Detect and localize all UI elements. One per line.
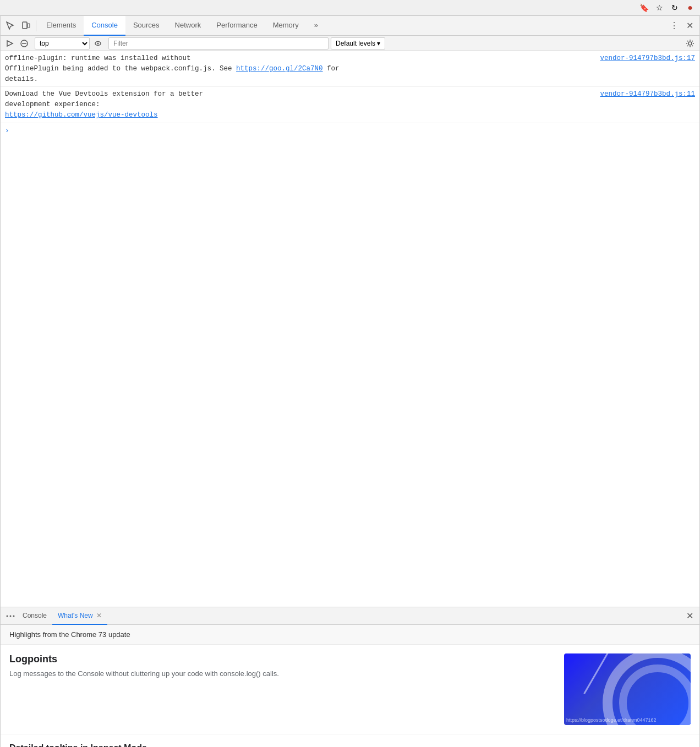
svg-point-7 <box>688 42 692 45</box>
browser-chrome: 🔖 ☆ ↻ ● <box>0 0 700 15</box>
drawer-tab-whats-new[interactable]: What's New ✕ <box>52 607 107 625</box>
device-toolbar-button[interactable] <box>18 18 34 34</box>
devtools-close-button[interactable]: ✕ <box>682 18 697 34</box>
bookmark-icon[interactable]: 🔖 <box>638 2 649 13</box>
drawer-more-options-button[interactable] <box>4 609 17 623</box>
image-url-overlay: https://blogpostsodoge.et/dranm0447162 <box>566 717 657 723</box>
console-output: offline-plugin: runtime was installed wi… <box>1 51 699 607</box>
console-prompt: › <box>1 123 699 139</box>
bottom-drawer: Console What's New ✕ ✕ Highlights from t… <box>1 607 699 747</box>
devtools-more-options-button[interactable]: ⋮ <box>666 18 682 34</box>
devtools-panel: Elements Console Sources Network Perform… <box>0 15 700 747</box>
tab-separator <box>36 20 36 31</box>
console-link[interactable]: https://github.com/vuejs/vue-devtools <box>5 111 158 119</box>
tab-console[interactable]: Console <box>84 16 125 36</box>
svg-point-6 <box>97 42 99 44</box>
tab-performance[interactable]: Performance <box>209 16 265 36</box>
drawer-content-wrapper: Highlights from the Chrome 73 update Log… <box>1 625 699 747</box>
drawer-content: Highlights from the Chrome 73 update Log… <box>1 625 699 747</box>
settings-icon[interactable] <box>684 37 696 50</box>
eye-icon-button[interactable] <box>92 37 104 50</box>
drawer-tab-bar: Console What's New ✕ ✕ <box>1 607 699 625</box>
console-message-source[interactable]: vendor-914797b3bd.js:17 <box>600 53 695 84</box>
inspect-element-button[interactable] <box>3 18 18 34</box>
star-icon[interactable]: ☆ <box>654 2 665 13</box>
default-levels-button[interactable]: Default levels ▾ <box>331 37 385 50</box>
tab-sources[interactable]: Sources <box>125 16 167 36</box>
console-chevron: › <box>5 125 9 136</box>
svg-rect-1 <box>28 24 30 28</box>
whats-new-text: Logpoints Log messages to the Console wi… <box>9 653 555 725</box>
clear-console-button[interactable] <box>18 37 30 50</box>
tab-more[interactable]: » <box>307 16 326 36</box>
whats-new-image: https://blogpostsodoge.et/dranm0447162 <box>564 653 691 725</box>
svg-point-8 <box>7 615 8 617</box>
console-message-source[interactable]: vendor-914797b3bd.js:11 <box>600 89 695 120</box>
devtools-tab-bar: Elements Console Sources Network Perform… <box>1 16 699 36</box>
console-message-text: offline-plugin: runtime was installed wi… <box>5 53 591 84</box>
whats-new-logpoints: Logpoints Log messages to the Console wi… <box>1 645 699 734</box>
whats-new-partial-title: Detailed tooltips in Inspect Mode <box>9 743 691 747</box>
console-toolbar: top Default levels ▾ <box>1 36 699 51</box>
whats-new-description: Log messages to the Console without clut… <box>9 668 555 679</box>
drawer-tab-close-icon[interactable]: ✕ <box>96 612 102 619</box>
console-message-text: Download the Vue Devtools extension for … <box>5 89 591 120</box>
tab-memory[interactable]: Memory <box>265 16 307 36</box>
tab-network[interactable]: Network <box>167 16 209 36</box>
filter-input[interactable] <box>108 37 329 50</box>
console-link[interactable]: https://goo.gl/2Ca7N0 <box>236 65 323 73</box>
svg-point-9 <box>10 615 12 617</box>
whats-new-detailed-tooltips: Detailed tooltips in Inspect Mode <box>1 734 699 747</box>
chrome-icon[interactable]: ● <box>685 2 696 13</box>
refresh-icon[interactable]: ↻ <box>669 2 680 13</box>
drawer-tab-console[interactable]: Console <box>17 607 52 625</box>
execute-script-button[interactable] <box>4 37 16 50</box>
svg-point-10 <box>13 615 15 617</box>
svg-marker-2 <box>7 41 13 46</box>
drawer-header: Highlights from the Chrome 73 update <box>1 625 699 645</box>
whats-new-title: Logpoints <box>9 653 555 665</box>
drawer-close-button[interactable]: ✕ <box>683 609 696 623</box>
context-selector[interactable]: top <box>35 37 90 50</box>
svg-rect-0 <box>23 22 27 29</box>
console-message: offline-plugin: runtime was installed wi… <box>1 51 699 87</box>
console-message: Download the Vue Devtools extension for … <box>1 87 699 123</box>
tab-elements[interactable]: Elements <box>39 16 84 36</box>
